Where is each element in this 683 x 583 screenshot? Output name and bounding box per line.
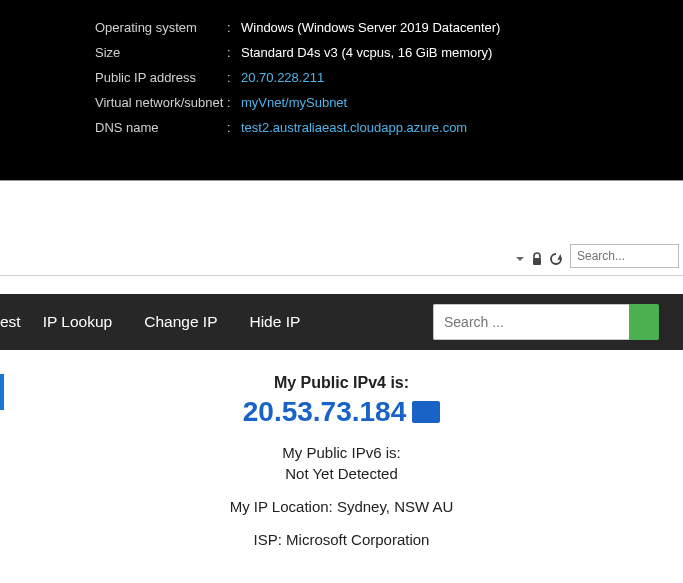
property-separator: : [227, 20, 241, 35]
ipv4-value: 20.53.73.184 [243, 396, 407, 428]
property-label: Public IP address [95, 70, 227, 85]
ipv6-title: My Public IPv6 is: [0, 444, 683, 461]
browser-search-input[interactable] [570, 244, 679, 268]
property-public-ip: Public IP address : 20.70.228.211 [95, 70, 683, 85]
public-ip-link[interactable]: 20.70.228.211 [241, 70, 324, 85]
isp: ISP: Microsoft Corporation [0, 531, 683, 548]
nav-item-hide-ip[interactable]: Hide IP [249, 313, 300, 331]
copy-ip-badge[interactable] [412, 401, 440, 423]
property-separator: : [227, 95, 241, 110]
lock-icon[interactable] [531, 252, 543, 266]
vnet-link[interactable]: myVnet/mySubnet [241, 95, 347, 110]
content-panel: My Public IPv4 is: 20.53.73.184 My Publi… [0, 350, 683, 548]
property-separator: : [227, 45, 241, 60]
property-value: Standard D4s v3 (4 vcpus, 16 GiB memory) [241, 45, 492, 60]
property-value: Windows (Windows Server 2019 Datacenter) [241, 20, 500, 35]
property-separator: : [227, 70, 241, 85]
property-size: Size : Standard D4s v3 (4 vcpus, 16 GiB … [95, 45, 683, 60]
gap [0, 276, 683, 294]
nav-item-change-ip[interactable]: Change IP [144, 313, 217, 331]
ipv6-value: Not Yet Detected [0, 465, 683, 482]
property-separator: : [227, 120, 241, 135]
svg-rect-0 [533, 258, 541, 265]
dropdown-icon[interactable] [515, 254, 525, 264]
property-os: Operating system : Windows (Windows Serv… [95, 20, 683, 35]
ipv4-row: 20.53.73.184 [243, 396, 441, 428]
property-dns: DNS name : test2.australiaeast.cloudapp.… [95, 120, 683, 135]
accent-bar [0, 374, 4, 410]
property-vnet: Virtual network/subnet : myVnet/mySubnet [95, 95, 683, 110]
azure-vm-properties-panel: Operating system : Windows (Windows Serv… [0, 0, 683, 180]
site-nav: est IP Lookup Change IP Hide IP [0, 294, 683, 350]
browser-address-bar-area [0, 180, 683, 276]
nav-item-ip-lookup[interactable]: IP Lookup [43, 313, 113, 331]
property-label: Operating system [95, 20, 227, 35]
ipv4-title: My Public IPv4 is: [0, 374, 683, 392]
property-label: DNS name [95, 120, 227, 135]
ip-location: My IP Location: Sydney, NSW AU [0, 498, 683, 515]
site-search-input[interactable] [433, 304, 629, 340]
refresh-icon[interactable] [549, 252, 563, 266]
property-label: Virtual network/subnet [95, 95, 227, 110]
nav-item-truncated[interactable]: est [0, 313, 21, 331]
site-search-button[interactable] [629, 304, 659, 340]
property-label: Size [95, 45, 227, 60]
dns-link[interactable]: test2.australiaeast.cloudapp.azure.com [241, 120, 467, 135]
